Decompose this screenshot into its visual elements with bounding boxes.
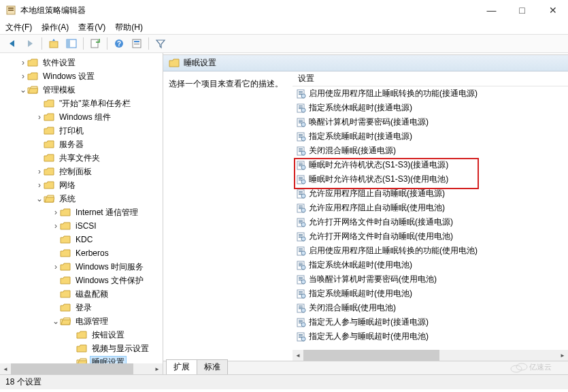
forward-button[interactable] bbox=[22, 36, 38, 51]
expand-icon[interactable]: › bbox=[19, 58, 27, 67]
tree-node[interactable]: 视频与显示设置 bbox=[0, 342, 163, 355]
svg-rect-34 bbox=[299, 148, 303, 149]
properties-button[interactable] bbox=[129, 36, 145, 51]
tree-node-label: Internet 通信管理 bbox=[73, 206, 140, 219]
policy-item[interactable]: 睡眠时允许待机状态(S1-S3)(接通电源) bbox=[293, 158, 568, 172]
policy-icon bbox=[297, 103, 306, 113]
tree-node[interactable]: ›Internet 通信管理 bbox=[0, 206, 163, 219]
collapse-icon[interactable]: ⌄ bbox=[52, 316, 60, 326]
policy-item[interactable]: 允许打开网络文件时自动睡眠(使用电池) bbox=[293, 229, 568, 244]
svg-rect-84 bbox=[299, 291, 303, 292]
tree-node[interactable]: 打印机 bbox=[0, 124, 163, 137]
policy-item[interactable]: 指定系统休眠超时(使用电池) bbox=[293, 258, 568, 272]
svg-rect-6 bbox=[91, 39, 98, 48]
settings-list[interactable]: 启用使应用程序阻止睡眠转换的功能(接通电源)指定系统休眠超时(接通电源)唤醒计算… bbox=[293, 86, 568, 348]
svg-rect-14 bbox=[299, 91, 303, 92]
tree-node[interactable]: 服务器 bbox=[0, 137, 163, 151]
policy-item[interactable]: 关闭混合睡眠(接通电源) bbox=[293, 144, 568, 158]
tree-node[interactable]: KDC bbox=[0, 233, 163, 246]
policy-label: 睡眠时允许待机状态(S1-S3)(使用电池) bbox=[309, 174, 448, 185]
tree-node[interactable]: ›Windows 组件 bbox=[0, 110, 163, 124]
show-hide-tree-button[interactable] bbox=[63, 36, 80, 51]
column-header-setting[interactable]: 设置 bbox=[298, 73, 314, 84]
tree-node[interactable]: ›软件设置 bbox=[0, 56, 163, 69]
expand-icon[interactable]: › bbox=[52, 208, 60, 217]
policy-item[interactable]: 指定系统睡眠超时(接通电源) bbox=[293, 129, 568, 144]
tree-node[interactable]: "开始"菜单和任务栏 bbox=[0, 97, 163, 110]
menu-help[interactable]: 帮助(H) bbox=[115, 22, 143, 33]
svg-rect-24 bbox=[299, 120, 303, 120]
svg-point-47 bbox=[301, 180, 305, 184]
export-button[interactable] bbox=[87, 36, 103, 51]
tree-node[interactable]: ⌄管理模板 bbox=[0, 83, 163, 97]
help-button[interactable]: ? bbox=[111, 36, 127, 51]
tab-extended[interactable]: 扩展 bbox=[166, 359, 197, 374]
folder-icon bbox=[44, 112, 54, 122]
expand-icon[interactable]: › bbox=[52, 221, 60, 231]
tree-node[interactable]: ›控制面板 bbox=[0, 165, 163, 178]
policy-item[interactable]: 关闭混合睡眠(使用电池) bbox=[293, 301, 568, 315]
filter-button[interactable] bbox=[152, 36, 169, 51]
tree-node[interactable]: ›Windows 设置 bbox=[0, 69, 163, 83]
close-button[interactable]: ✕ bbox=[537, 0, 568, 20]
tab-standard[interactable]: 标准 bbox=[197, 359, 228, 374]
tree-node[interactable]: ›iSCSI bbox=[0, 219, 163, 233]
menu-action[interactable]: 操作(A) bbox=[41, 22, 69, 33]
content-body: 选择一个项目来查看它的描述。 设置 启用使应用程序阻止睡眠转换的功能(接通电源)… bbox=[163, 71, 568, 361]
folder-icon bbox=[27, 71, 38, 81]
expand-icon[interactable]: › bbox=[35, 112, 44, 122]
policy-item[interactable]: 指定系统睡眠超时(使用电池) bbox=[293, 287, 568, 301]
policy-item[interactable]: 指定无人参与睡眠超时(接通电源) bbox=[293, 315, 568, 329]
tree-node[interactable]: Windows 文件保护 bbox=[0, 274, 163, 287]
collapse-icon[interactable]: ⌄ bbox=[19, 85, 27, 95]
tree-node[interactable]: 按钮设置 bbox=[0, 328, 163, 342]
policy-item[interactable]: 睡眠时允许待机状态(S1-S3)(使用电池) bbox=[293, 172, 568, 186]
svg-point-42 bbox=[301, 165, 305, 169]
tree-node-label: "开始"菜单和任务栏 bbox=[57, 97, 133, 110]
policy-item[interactable]: 允许打开网络文件时自动睡眠(接通电源) bbox=[293, 215, 568, 229]
svg-rect-30 bbox=[299, 135, 303, 136]
policy-label: 指定系统睡眠超时(使用电池) bbox=[309, 288, 412, 299]
policy-item[interactable]: 当唤醒计算机时需要密码(使用电池) bbox=[293, 272, 568, 287]
policy-item[interactable]: 指定系统休眠超时(接通电源) bbox=[293, 101, 568, 115]
tree-node[interactable]: ⌄系统 bbox=[0, 192, 163, 206]
policy-item[interactable]: 启用使应用程序阻止睡眠转换的功能(使用电池) bbox=[293, 244, 568, 258]
folder-icon bbox=[60, 262, 71, 272]
tree-node[interactable]: 共享文件夹 bbox=[0, 151, 163, 165]
folder-icon bbox=[60, 208, 71, 217]
up-button[interactable] bbox=[46, 36, 62, 51]
body-area: ›软件设置›Windows 设置⌄管理模板"开始"菜单和任务栏›Windows … bbox=[0, 53, 568, 374]
list-header[interactable]: 设置 bbox=[293, 71, 568, 86]
menu-file[interactable]: 文件(F) bbox=[5, 22, 32, 33]
tree-node[interactable]: ›Windows 时间服务 bbox=[0, 260, 163, 274]
maximize-button[interactable]: □ bbox=[507, 0, 537, 20]
folder-icon bbox=[44, 99, 54, 108]
tree-node[interactable]: 磁盘配额 bbox=[0, 287, 163, 301]
policy-item[interactable]: 允许应用程序阻止自动睡眠(接通电源) bbox=[293, 186, 568, 201]
collapse-icon[interactable]: ⌄ bbox=[35, 194, 44, 203]
tree-node[interactable]: Kerberos bbox=[0, 246, 163, 260]
policy-label: 指定系统睡眠超时(接通电源) bbox=[309, 131, 412, 142]
menu-view[interactable]: 查看(V) bbox=[78, 22, 105, 33]
folder-icon bbox=[76, 344, 87, 353]
back-button[interactable] bbox=[4, 36, 20, 51]
policy-icon bbox=[297, 189, 306, 199]
policy-item[interactable]: 唤醒计算机时需要密码(接通电源) bbox=[293, 115, 568, 129]
tree-node[interactable]: ›网络 bbox=[0, 178, 163, 192]
policy-item[interactable]: 允许应用程序阻止自动睡眠(使用电池) bbox=[293, 201, 568, 215]
expand-icon[interactable]: › bbox=[35, 167, 44, 176]
tree-scroll[interactable]: ›软件设置›Windows 设置⌄管理模板"开始"菜单和任务栏›Windows … bbox=[0, 53, 163, 363]
tree-horizontal-scrollbar[interactable]: ◄► bbox=[0, 363, 163, 374]
expand-icon[interactable]: › bbox=[35, 180, 44, 190]
tree-node[interactable]: ⌄电源管理 bbox=[0, 314, 163, 328]
tree-node-label: Windows 文件保护 bbox=[73, 274, 146, 287]
expand-icon[interactable]: › bbox=[19, 71, 27, 81]
svg-rect-15 bbox=[299, 93, 303, 93]
tree-node[interactable]: 登录 bbox=[0, 301, 163, 314]
tree-node[interactable]: 睡眠设置 bbox=[0, 355, 163, 363]
minimize-button[interactable]: — bbox=[476, 0, 507, 20]
folder-icon bbox=[60, 221, 71, 231]
policy-item[interactable]: 启用使应用程序阻止睡眠转换的功能(接通电源) bbox=[293, 86, 568, 101]
policy-item[interactable]: 指定无人参与睡眠超时(使用电池) bbox=[293, 329, 568, 344]
expand-icon[interactable]: › bbox=[52, 262, 60, 272]
